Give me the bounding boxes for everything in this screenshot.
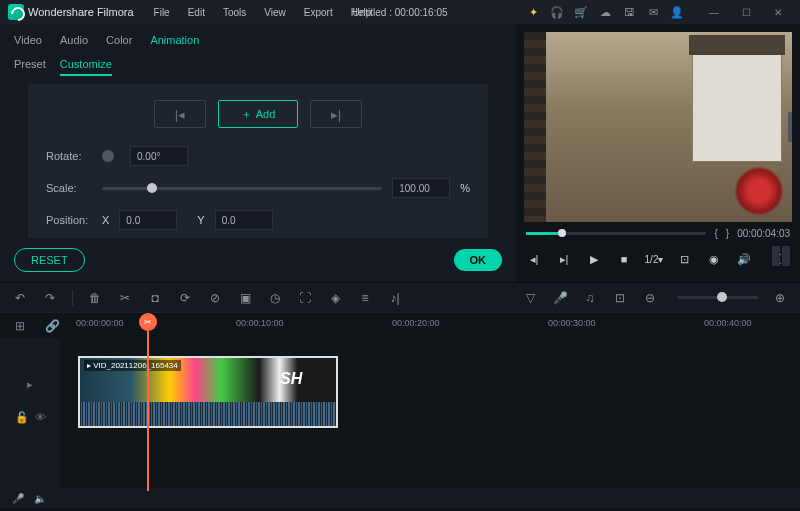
brace-open[interactable]: { — [714, 228, 717, 239]
rotate-value[interactable]: 0.00° — [130, 146, 188, 166]
playhead-handle[interactable]: ✂ — [139, 313, 157, 331]
cloud-icon[interactable]: ☁ — [598, 5, 612, 19]
support-icon[interactable]: 🎧 — [550, 5, 564, 19]
adjust-button[interactable]: ≡ — [357, 290, 373, 306]
menu-export[interactable]: Export — [296, 4, 341, 21]
volume-button[interactable]: 🔊 — [736, 251, 752, 267]
timeline-ruler: ⊞ 🔗 00:00:00:00 00:00:10:00 00:00:20:00 … — [0, 312, 800, 338]
notification-icon[interactable]: ✉ — [646, 5, 660, 19]
speed-button[interactable]: ⟳ — [177, 290, 193, 306]
reverse-button[interactable]: ⊘ — [207, 290, 223, 306]
animation-subtabs: Preset Customize — [0, 58, 516, 84]
subtab-customize[interactable]: Customize — [60, 58, 112, 76]
pos-x-value[interactable]: 0.0 — [119, 210, 177, 230]
audio-detach-button[interactable]: ♪| — [387, 290, 403, 306]
scale-row: Scale: 100.00 % — [46, 178, 470, 198]
record-button[interactable]: ⊡ — [612, 290, 628, 306]
track-area[interactable]: SH ▸ VID_20211206_165434 — [60, 338, 800, 488]
status-bar: 🎤 🔈 — [0, 488, 800, 508]
undo-button[interactable]: ↶ — [12, 290, 28, 306]
status-mic-icon[interactable]: 🎤 — [12, 493, 24, 504]
document-title: Untitled : 00:00:16:05 — [352, 7, 447, 18]
video-clip[interactable]: SH ▸ VID_20211206_165434 — [78, 356, 338, 428]
timeline: ▸ 🔓 👁 SH ▸ VID_20211206_165434 — [0, 338, 800, 488]
playback-controls: ◂| ▸| ▶ ■ 1/2 ▾ ⊡ ◉ 🔊 ⛶ — [516, 245, 800, 273]
menu-view[interactable]: View — [256, 4, 294, 21]
progress-bar[interactable] — [526, 232, 706, 235]
link-icon[interactable]: 🔗 — [44, 318, 60, 334]
prev-keyframe-button[interactable]: |◂ — [154, 100, 206, 128]
zoom-out-button[interactable]: ⊖ — [642, 290, 658, 306]
preview-viewport[interactable]: 34s — [524, 32, 792, 222]
track-header: ▸ 🔓 👁 — [0, 338, 60, 488]
divider — [72, 290, 73, 306]
rotate-dial[interactable] — [102, 150, 114, 162]
rotate-row: Rotate: 0.00° — [46, 146, 470, 166]
delete-button[interactable]: 🗑 — [87, 290, 103, 306]
keyframe-button[interactable]: ◈ — [327, 290, 343, 306]
ok-button[interactable]: OK — [454, 249, 503, 271]
tips-icon[interactable]: ✦ — [526, 5, 540, 19]
scale-label: Scale: — [46, 182, 92, 194]
ruler-2: 00:00:20:00 — [392, 318, 440, 328]
track-add-icon[interactable]: ▸ — [27, 378, 33, 391]
tab-audio[interactable]: Audio — [60, 34, 88, 50]
scale-unit: % — [460, 182, 470, 194]
zoom-slider[interactable] — [678, 296, 758, 299]
ruler-track[interactable]: 00:00:00:00 00:00:10:00 00:00:20:00 00:0… — [76, 313, 788, 338]
pos-y-value[interactable]: 0.0 — [215, 210, 273, 230]
lock-icon[interactable]: 🔓 — [15, 411, 29, 424]
menu-tools[interactable]: Tools — [215, 4, 254, 21]
display-button[interactable]: ⊡ — [676, 251, 692, 267]
visibility-icon[interactable]: 👁 — [35, 411, 46, 424]
duration-button[interactable]: ◷ — [267, 290, 283, 306]
crop-button[interactable]: ◘ — [147, 290, 163, 306]
music-button[interactable]: ♫ — [582, 290, 598, 306]
position-label: Position: — [46, 214, 92, 226]
subtab-preset[interactable]: Preset — [14, 58, 46, 76]
progress-row: { } 00:00:04:03 — [516, 222, 800, 245]
ruler-0: 00:00:00:00 — [76, 318, 124, 328]
stop-button[interactable]: ■ — [616, 251, 632, 267]
main-menu: File Edit Tools View Export Help — [146, 4, 380, 21]
media-bin-icon[interactable]: ⊞ — [12, 318, 28, 334]
scale-thumb[interactable] — [147, 183, 157, 193]
fit-button[interactable]: ⛶ — [297, 290, 313, 306]
add-keyframe-button[interactable]: ＋Add — [218, 100, 298, 128]
menu-edit[interactable]: Edit — [180, 4, 213, 21]
ruler-3: 00:00:30:00 — [548, 318, 596, 328]
marker-button[interactable]: ▽ — [522, 290, 538, 306]
freeze-button[interactable]: ▣ — [237, 290, 253, 306]
properties-panel: Video Audio Color Animation Preset Custo… — [0, 24, 516, 282]
tab-color[interactable]: Color — [106, 34, 132, 50]
animation-body: |◂ ＋Add ▸| Rotate: 0.00° Scale: 100.00 %… — [28, 84, 488, 238]
snapshot-button[interactable]: ◉ — [706, 251, 722, 267]
progress-thumb[interactable] — [558, 229, 566, 237]
zoom-thumb[interactable] — [717, 292, 727, 302]
menu-file[interactable]: File — [146, 4, 178, 21]
play-pause-button[interactable]: ▸| — [556, 251, 572, 267]
split-button[interactable]: ✂ — [117, 290, 133, 306]
next-keyframe-button[interactable]: ▸| — [310, 100, 362, 128]
property-tabs: Video Audio Color Animation — [0, 24, 516, 58]
app-name: Wondershare Filmora — [28, 6, 134, 18]
tab-video[interactable]: Video — [14, 34, 42, 50]
save-icon[interactable]: 🖫 — [622, 5, 636, 19]
tab-animation[interactable]: Animation — [150, 34, 199, 50]
reset-button[interactable]: RESET — [14, 248, 85, 272]
pos-x-label: X — [102, 214, 109, 226]
account-icon[interactable]: 👤 — [670, 5, 684, 19]
step-back-button[interactable]: ◂| — [526, 251, 542, 267]
minimize-button[interactable]: — — [700, 2, 728, 22]
redo-button[interactable]: ↷ — [42, 290, 58, 306]
panel-footer: RESET OK — [0, 238, 516, 282]
speed-selector[interactable]: 1/2 ▾ — [646, 251, 662, 267]
store-icon[interactable]: 🛒 — [574, 5, 588, 19]
scale-value[interactable]: 100.00 — [392, 178, 450, 198]
brace-close[interactable]: } — [726, 228, 729, 239]
maximize-button[interactable]: ☐ — [732, 2, 760, 22]
voiceover-button[interactable]: 🎤 — [552, 290, 568, 306]
status-speaker-icon[interactable]: 🔈 — [34, 493, 46, 504]
play-button[interactable]: ▶ — [586, 251, 602, 267]
scale-slider[interactable] — [102, 187, 382, 190]
